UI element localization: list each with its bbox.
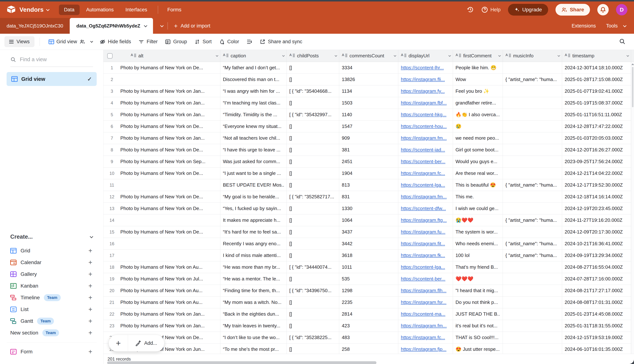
add-with-ai-button[interactable]: Add... [128,340,164,346]
cell-timestamp[interactable]: 2024-10-21T16:36:41.000Z [562,238,631,250]
share-and-sync-button[interactable]: Share and sync [256,37,306,47]
cell-childPosts[interactable]: [] [287,226,339,238]
cell-timestamp[interactable]: 2024-12-18T14:16:14.000Z [562,191,631,202]
cell-childPosts[interactable]: [ { "id": "35238225... [287,332,339,343]
cell-commentsCount[interactable]: 258 [339,344,398,354]
create-view-item[interactable]: Kanban + [0,280,103,292]
column-chevron-down-icon[interactable] [394,54,396,57]
upgrade-button[interactable]: Upgrade [508,4,548,16]
find-view-search[interactable]: Find a view [10,56,93,67]
displayurl-link[interactable]: https://scontent-hou... [401,124,447,129]
table-row[interactable]: 10Photo by Humans of New York on De... “… [104,168,631,179]
row-height-button[interactable] [243,37,256,47]
views-button[interactable]: Views [5,36,35,47]
table-row[interactable]: 8Photo by Humans of New York on De... “I… [104,144,631,156]
cell-commentsCount[interactable]: 1503 [339,97,398,109]
table-row[interactable]: 21Photo by Humans of New York on Au... “… [104,296,631,308]
history-icon[interactable] [467,6,474,13]
cell-alt[interactable]: 9Photo by Humans of New York on Sep... [104,156,220,167]
cell-firstComment[interactable]: This me. [453,191,503,202]
cell-timestamp[interactable]: 2024-07-28T17:16:00.000Z [562,273,631,285]
column-header-musicInfo[interactable]: musicInfo [503,50,562,62]
horizontal-scrollbar[interactable] [107,361,377,364]
cell-musicInfo[interactable] [503,156,562,167]
cell-alt[interactable]: 11 [104,179,220,191]
cell-firstComment[interactable]: Do you not think p... [453,296,503,308]
displayurl-link[interactable]: https://scontent-dfw... [401,206,446,211]
cell-caption[interactable]: “I just want to be a single ... [220,168,287,179]
cell-firstComment[interactable]: 😢 [453,120,503,132]
cell-timestamp[interactable]: 2024-12-30T14:18:10.000Z [562,62,631,74]
add-view-plus-icon[interactable]: + [88,270,92,278]
column-header-firstComment[interactable]: firstComment [453,50,503,62]
table-row[interactable]: 4Photo by Humans of New York on Jan... “… [104,97,631,109]
cell-musicInfo[interactable]: { "artist_name": "huma... [503,179,562,191]
workspace-title[interactable]: Vendors [20,6,44,13]
cell-displayUrl[interactable]: https://instagram.fsr... [398,296,453,308]
displayurl-link[interactable]: https://instagram.ftg... [401,217,447,223]
cell-musicInfo[interactable] [503,132,562,144]
displayurl-link[interactable]: https://instagram.fk... [401,252,445,258]
group-button[interactable]: Group [161,37,191,47]
cell-commentsCount[interactable]: 1134 [339,86,398,97]
create-view-item[interactable]: Gantt Team + [0,315,103,327]
cell-alt[interactable]: 13Photo by Humans of New York on De... [104,203,220,214]
cell-firstComment[interactable]: JUST READ THE B... [453,308,503,320]
cell-caption[interactable]: It makes me appreciate h... [220,214,287,226]
cell-childPosts[interactable]: [] [287,250,339,261]
table-row[interactable]: 5Photo by Humans of New York on Jan... “… [104,109,631,120]
cell-firstComment[interactable]: Who needs enemi... [453,238,503,250]
table-row[interactable]: 1Photo by Humans of New York on De... “M… [104,62,631,74]
column-header-caption[interactable]: caption [220,50,287,62]
cell-musicInfo[interactable] [503,62,562,74]
table-row[interactable]: 18Photo by Humans of New York on Au... “… [104,261,631,273]
cell-alt[interactable]: 14 [104,214,220,226]
cell-alt[interactable]: 3Photo by Humans of New York on Jan... [104,86,220,97]
cell-musicInfo[interactable] [503,144,562,156]
displayurl-link[interactable]: https://instagram.fu... [401,229,445,235]
cell-alt[interactable]: 18Photo by Humans of New York on Au... [104,261,220,273]
cell-commentsCount[interactable]: 831 [339,191,398,202]
cell-childPosts[interactable]: [] [287,74,339,85]
add-view-plus-icon[interactable]: + [88,294,92,302]
column-chevron-down-icon[interactable] [557,54,560,57]
cell-firstComment[interactable]: Wow [453,74,503,85]
cell-caption[interactable]: “I’m teaching my last clas... [220,97,287,109]
displayurl-link[interactable]: https://instagram.fy... [401,88,445,94]
cell-alt[interactable]: 8Photo by Humans of New York on De... [104,144,220,156]
add-view-plus-icon[interactable]: + [88,317,92,325]
color-button[interactable]: Color [215,37,243,47]
cell-alt[interactable]: 15Photo by Humans of New York on De... [104,226,220,238]
cell-timestamp[interactable]: 2024-08-21T17:27:17.000Z [562,285,631,296]
add-view-plus-icon[interactable]: + [88,247,92,254]
table-row[interactable]: 19Photo by Humans of New York on Jul... … [104,273,631,285]
avatar[interactable]: D [616,4,627,16]
cell-childPosts[interactable]: [] [287,132,339,144]
share-button[interactable]: Share [555,4,590,16]
displayurl-link[interactable]: https://scontent-hkg... [401,112,447,118]
cell-firstComment[interactable]: People like him. 😬 [453,62,503,74]
cell-commentsCount[interactable]: 3442 [339,238,398,250]
cell-commentsCount[interactable]: 1547 [339,120,398,132]
cell-timestamp[interactable]: 2024-12-17T19:52:30.000Z [562,179,631,191]
cell-childPosts[interactable]: [ { "id": "352582717... [287,191,339,202]
cell-caption[interactable]: “It’s hard for me to feel sa... [220,226,287,238]
add-view-plus-icon[interactable]: + [88,329,92,337]
cell-timestamp[interactable]: 2023-09-25T17:56:24.000Z [562,156,631,167]
scroll-up-arrow-icon[interactable] [631,64,634,65]
cell-firstComment[interactable]: we need more peo... [453,132,503,144]
cell-timestamp[interactable]: 2025-01-03T20:05:03.000Z [562,132,631,144]
help-button[interactable]: Help [481,6,501,13]
cell-displayUrl[interactable]: https://instagram.fk... [398,250,453,261]
cell-caption[interactable]: “Back in the eighties dun... [220,308,287,320]
cell-alt[interactable]: 1Photo by Humans of New York on De... [104,62,220,74]
displayurl-link[interactable]: https://instagram.fsr... [401,300,447,305]
cell-commentsCount[interactable]: 2235 [339,296,398,308]
cell-firstComment[interactable]: THAT is SO cool!!!... [453,332,503,343]
cell-musicInfo[interactable] [503,191,562,202]
cell-displayUrl[interactable]: https://instagram.fm... [398,320,453,332]
cell-commentsCount[interactable]: 909 [339,132,398,144]
cell-childPosts[interactable]: [ { "id": "34440074... [287,261,339,273]
cell-firstComment[interactable]: Are these real wor... [453,168,503,179]
cell-musicInfo[interactable] [503,296,562,308]
